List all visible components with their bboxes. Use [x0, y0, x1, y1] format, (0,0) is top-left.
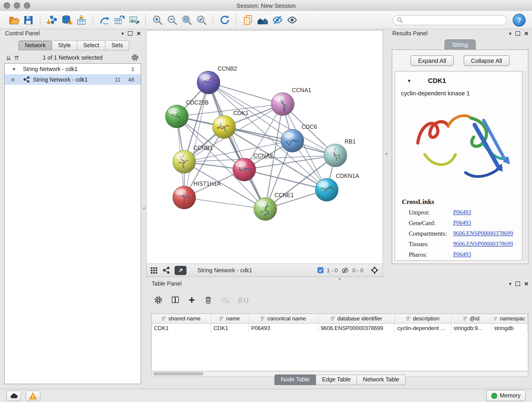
control-panel-title: Control Panel: [3, 30, 40, 37]
zoom-in-icon[interactable]: [150, 13, 165, 27]
table-cell[interactable]: P06493: [249, 324, 318, 333]
collapse-all-button[interactable]: Collapse All: [464, 56, 510, 66]
search-input[interactable]: [403, 16, 503, 24]
selected-nodes-checkbox-icon[interactable]: [317, 267, 323, 273]
hide-selected-icon[interactable]: [270, 13, 285, 27]
section-expanded-icon[interactable]: ▼: [407, 78, 412, 83]
panel-float-icon[interactable]: [515, 31, 520, 36]
import-table-icon[interactable]: [74, 13, 89, 27]
network-node-CDK1[interactable]: [213, 115, 235, 138]
column-header[interactable]: namespac: [492, 314, 528, 323]
column-header[interactable]: shared name: [152, 314, 211, 323]
tab-style[interactable]: Style: [52, 40, 77, 51]
zoom-fit-icon[interactable]: [179, 13, 194, 27]
crosslink-link-uniprot[interactable]: P06493: [453, 209, 471, 216]
export-image-icon[interactable]: [127, 13, 141, 27]
panel-menu-icon[interactable]: ▾: [509, 31, 511, 36]
zoom-out-icon[interactable]: [165, 13, 179, 27]
panel-menu-icon[interactable]: ▾: [121, 31, 124, 36]
results-scrollbar[interactable]: [522, 71, 526, 261]
panel-close-icon[interactable]: ×: [137, 31, 141, 36]
column-header[interactable]: description: [395, 314, 451, 323]
panel-close-icon[interactable]: ×: [524, 31, 528, 36]
birdseye-view-button[interactable]: [175, 266, 186, 275]
table-options-gear-icon[interactable]: [154, 295, 163, 304]
network-canvas[interactable]: CCNB2CCNA1CDC25BCDK1CDC6RB1CCNB1CCNA2CDK…: [147, 31, 383, 264]
copy-document-icon[interactable]: [241, 13, 255, 27]
help-button[interactable]: ?: [513, 13, 526, 26]
import-network-file-icon[interactable]: [44, 13, 59, 27]
column-header[interactable]: name: [211, 314, 249, 323]
crosslink-link-tissues[interactable]: 9606.ENSP00000378699: [453, 241, 513, 248]
network-node-CCNB2[interactable]: [197, 71, 220, 94]
tab-select[interactable]: Select: [77, 40, 106, 51]
network-node-CCNA2[interactable]: [233, 158, 256, 181]
table-cell[interactable]: stringdb: [492, 324, 528, 333]
column-header[interactable]: database identifier: [318, 314, 395, 323]
column-header[interactable]: canonical name: [249, 314, 318, 323]
tab-edge-table[interactable]: Edge Table: [316, 375, 357, 385]
table-cell[interactable]: CDK1: [211, 324, 249, 333]
import-network-database-icon[interactable]: [59, 13, 74, 27]
share-network-icon[interactable]: [162, 266, 170, 274]
crosslink-link-genecard[interactable]: P06493: [453, 220, 471, 226]
network-node-CCNA1[interactable]: [271, 93, 294, 115]
tree-expanded-icon[interactable]: ▼: [12, 67, 18, 71]
network-node-RB1[interactable]: [324, 144, 347, 167]
horizontal-splitter-handle[interactable]: [339, 278, 341, 280]
warnings-button[interactable]: [26, 390, 40, 401]
panel-float-icon[interactable]: [128, 31, 133, 36]
gene-description: cyclin-dependent kinase 1: [401, 90, 470, 97]
apply-layout-icon[interactable]: [217, 13, 232, 27]
network-from-table-icon[interactable]: [112, 13, 127, 27]
column-header[interactable]: @id: [451, 314, 492, 323]
crosslink-link-pharos[interactable]: P06493: [453, 251, 471, 258]
panel-close-icon[interactable]: ×: [524, 281, 528, 286]
show-all-eye-icon[interactable]: [285, 13, 299, 27]
grid-view-icon[interactable]: [150, 267, 158, 274]
panel-menu-icon[interactable]: ▾: [509, 281, 511, 287]
table-cell[interactable]: 9606.ENSP00000378699: [318, 324, 395, 333]
memory-button[interactable]: Memory: [486, 390, 526, 401]
network-collection-row[interactable]: ▼ String Network - cdk1 1: [5, 64, 141, 74]
vertical-splitter-handle[interactable]: [143, 207, 145, 210]
open-session-icon[interactable]: [6, 13, 21, 27]
network-from-selection-icon[interactable]: [97, 13, 112, 27]
network-node-CDC25B[interactable]: [165, 105, 188, 128]
network-edge-CCNB2-CCNE1[interactable]: [209, 83, 265, 209]
delete-column-trash-icon[interactable]: [204, 295, 213, 304]
show-columns-icon[interactable]: [171, 295, 180, 304]
network-options-gear-icon[interactable]: [131, 54, 139, 61]
network-node-CCNB1[interactable]: [173, 150, 196, 173]
table-row[interactable]: CDK1 CDK1 P06493 9606.ENSP00000378699 cy…: [152, 324, 528, 333]
crosslink-link-compartments[interactable]: 9606.ENSP00000378699: [453, 230, 513, 237]
cloud-status-button[interactable]: [6, 390, 21, 401]
table-cell[interactable]: CDK1: [152, 324, 211, 333]
search-box[interactable]: [393, 15, 507, 25]
network-overview-icon[interactable]: [255, 13, 270, 27]
pan-crosshair-icon[interactable]: [370, 266, 379, 274]
save-session-icon[interactable]: [21, 13, 36, 27]
network-edge-HIST1H1A-CCNE1[interactable]: [184, 198, 265, 209]
network-node-HIST1H1A[interactable]: [173, 186, 196, 209]
gene-detail-card: ▼ CDK1 cyclin-dependent kinase 1: [394, 71, 522, 261]
panel-float-icon[interactable]: [515, 281, 520, 286]
network-row-selected[interactable]: String Network - cdk1 11 48: [5, 74, 141, 85]
zoom-selected-icon[interactable]: [194, 13, 209, 27]
expand-all-button[interactable]: Expand All: [411, 56, 454, 66]
tab-node-table[interactable]: Node Table: [274, 375, 316, 385]
create-column-plus-icon[interactable]: [187, 295, 196, 304]
network-name: String Network - cdk1: [33, 76, 88, 83]
tab-network-table[interactable]: Network Table: [356, 375, 405, 385]
tab-string[interactable]: String: [444, 39, 476, 50]
network-node-CDC6[interactable]: [281, 129, 304, 152]
network-node-CCNE1[interactable]: [254, 198, 277, 220]
table-cell[interactable]: stringdb:9...: [451, 324, 492, 333]
tab-sets[interactable]: Sets: [105, 40, 129, 51]
tab-network[interactable]: Network: [18, 40, 52, 51]
table-cell[interactable]: cyclin-dependent ...: [395, 324, 451, 333]
network-node-CDKN1A[interactable]: [315, 178, 338, 201]
hidden-elements-eye-icon[interactable]: [341, 266, 349, 274]
vertical-splitter-handle[interactable]: [385, 153, 388, 155]
title-bar: Session: New Session: [0, 0, 532, 12]
